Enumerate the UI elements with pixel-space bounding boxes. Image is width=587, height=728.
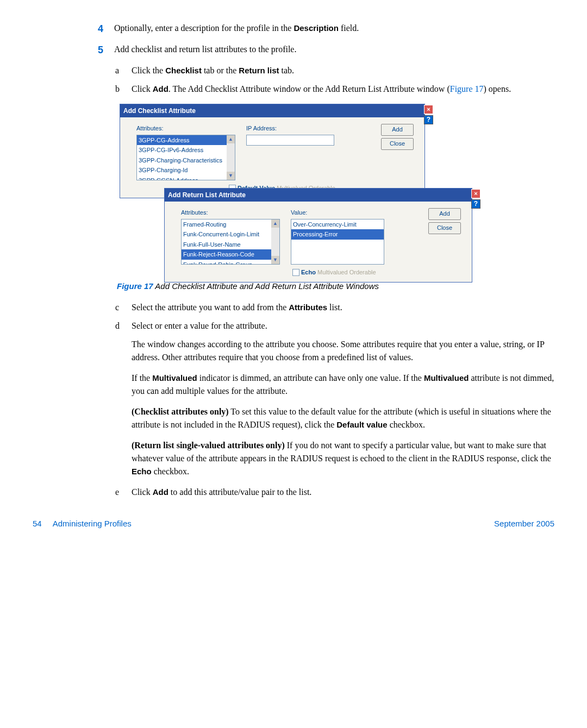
scroll-down-icon[interactable]: ▼ — [227, 172, 235, 180]
description-bold: Description — [294, 23, 339, 33]
substep-e-text: Click Add to add this attribute/value pa… — [132, 486, 554, 499]
list-item[interactable]: 3GPP-Charging-Characteristics — [137, 155, 235, 166]
add-button[interactable]: Add — [381, 124, 414, 136]
list-item[interactable]: Processing-Error — [291, 229, 384, 240]
scrollbar[interactable]: ▲ ▼ — [227, 135, 235, 180]
text: list. — [327, 303, 342, 312]
dialog-screenshot: Add Checklist Attribute × ? Attributes: … — [120, 104, 554, 278]
substep-d-text: Select or enter a value for the attribut… — [132, 319, 554, 332]
echo-label: Echo — [301, 269, 316, 275]
para-checklist-only: (Checklist attributes only) To set this … — [132, 405, 554, 431]
footer-date: September 2005 — [494, 518, 554, 530]
para-multivalued: If the Multivalued indicator is dimmed, … — [132, 372, 554, 398]
multivalued-bold: Multivalued — [424, 373, 469, 382]
substep-c-letter: c — [115, 301, 132, 314]
list-item[interactable]: Funk-Round-Robin-Group — [182, 260, 279, 265]
attributes-label: Attributes: — [181, 208, 280, 217]
figure-number: Figure 17 — [117, 281, 153, 291]
text: Click — [132, 84, 153, 93]
list-item[interactable]: 3GPP-CG-IPv6-Address — [137, 145, 235, 155]
text: Optionally, enter a description for the … — [114, 23, 294, 33]
text: Click the — [132, 66, 165, 75]
page-number: 54 — [33, 519, 42, 528]
list-item[interactable]: 3GPP-GGSN-Address — [137, 175, 235, 180]
step-5-number: 5 — [98, 43, 114, 58]
substep-c-text: Select the attribute you want to add fro… — [132, 301, 554, 314]
step-5-text: Add checklist and return list attributes… — [114, 43, 554, 58]
scrollbar[interactable]: ▲ ▼ — [271, 219, 279, 264]
substep-d-letter: d — [115, 319, 132, 332]
para-window-changes: The window changes according to the attr… — [132, 338, 554, 364]
text: If the — [132, 373, 152, 382]
ip-address-label: IP Address: — [246, 124, 334, 133]
title-text: Add Return List Attribute — [168, 191, 246, 199]
multivalued-bold: Multivalued — [152, 373, 197, 382]
returnlist-bold: Return list — [239, 66, 279, 75]
page-footer: 54 Administering Profiles September 2005 — [33, 518, 554, 530]
list-item[interactable]: Funk-Concurrent-Login-Limit — [182, 229, 279, 240]
close-icon[interactable]: × — [471, 189, 480, 198]
dialog-title: Add Return List Attribute × ? — [165, 189, 472, 202]
close-button[interactable]: Close — [428, 222, 461, 234]
scroll-down-icon[interactable]: ▼ — [271, 256, 279, 264]
attributes-listbox[interactable]: Framed-Routing Funk-Concurrent-Login-Lim… — [181, 219, 280, 265]
returnlist-only-bold: (Return list single-valued attributes on… — [132, 441, 285, 450]
step-4-number: 4 — [98, 22, 114, 36]
value-label: Value: — [291, 208, 384, 217]
text: Select the attribute you want to add fro… — [132, 303, 289, 312]
scroll-up-icon[interactable]: ▲ — [271, 219, 279, 228]
multivalued-orderable-label: Multivalued Orderable — [317, 269, 376, 275]
para-returnlist-only: (Return list single-valued attributes on… — [132, 439, 554, 478]
list-item[interactable]: Funk-Full-User-Name — [182, 240, 279, 250]
substep-a-text: Click the Checklist tab or the Return li… — [132, 64, 554, 77]
add-bold: Add — [153, 84, 168, 93]
value-listbox[interactable]: Over-Concurrency-Limit Processing-Error — [291, 219, 384, 265]
text: . The Add Checklist Attribute window or … — [168, 84, 450, 93]
help-icon[interactable]: ? — [471, 199, 480, 209]
list-item[interactable]: 3GPP-Charging-Id — [137, 165, 235, 175]
add-button[interactable]: Add — [428, 208, 461, 220]
text: Click — [132, 487, 153, 497]
step-4-text: Optionally, enter a description for the … — [114, 22, 554, 36]
substep-a-letter: a — [115, 64, 132, 77]
close-button[interactable]: Close — [381, 138, 414, 150]
text: field. — [339, 23, 359, 33]
text: checkbox. — [388, 420, 425, 429]
figure-link[interactable]: Figure 17 — [450, 84, 484, 93]
list-item[interactable]: Framed-Routing — [182, 219, 279, 230]
text: checkbox. — [152, 467, 189, 476]
attributes-bold: Attributes — [289, 303, 327, 312]
substep-e-letter: e — [115, 486, 132, 499]
dialog-title: Add Checklist Attribute × ? — [120, 104, 424, 117]
text: to add this attribute/value pair to the … — [168, 487, 312, 497]
help-icon[interactable]: ? — [424, 115, 433, 124]
ip-address-input[interactable] — [246, 135, 334, 146]
attributes-label: Attributes: — [136, 124, 235, 133]
text: tab. — [279, 66, 295, 75]
scroll-up-icon[interactable]: ▲ — [227, 135, 235, 143]
add-bold: Add — [153, 487, 168, 497]
checklist-only-bold: (Checklist attributes only) — [132, 407, 229, 416]
figure-text: Add Checklist Attribute and Add Return L… — [153, 281, 379, 291]
substep-b-text: Click Add. The Add Checklist Attribute w… — [132, 83, 554, 96]
section-name: Administering Profiles — [53, 519, 132, 528]
echo-bold: Echo — [132, 467, 152, 476]
text: tab or the — [202, 66, 239, 75]
list-item[interactable]: 3GPP-CG-Address — [137, 135, 235, 146]
checklist-bold: Checklist — [165, 66, 202, 75]
text: indicator is dimmed, an attribute can ha… — [197, 373, 424, 382]
text: ) opens. — [484, 84, 511, 93]
title-text: Add Checklist Attribute — [123, 107, 196, 115]
add-returnlist-dialog: Add Return List Attribute × ? Attributes… — [164, 188, 472, 283]
substep-b-letter: b — [115, 83, 132, 96]
echo-checkbox[interactable] — [292, 269, 299, 276]
add-checklist-dialog: Add Checklist Attribute × ? Attributes: … — [120, 104, 425, 198]
list-item[interactable]: Over-Concurrency-Limit — [291, 219, 384, 230]
list-item[interactable]: Funk-Reject-Reason-Code — [182, 249, 279, 260]
default-value-bold: Default value — [336, 420, 387, 429]
attributes-listbox[interactable]: 3GPP-CG-Address 3GPP-CG-IPv6-Address 3GP… — [136, 135, 235, 180]
close-icon[interactable]: × — [424, 105, 433, 114]
